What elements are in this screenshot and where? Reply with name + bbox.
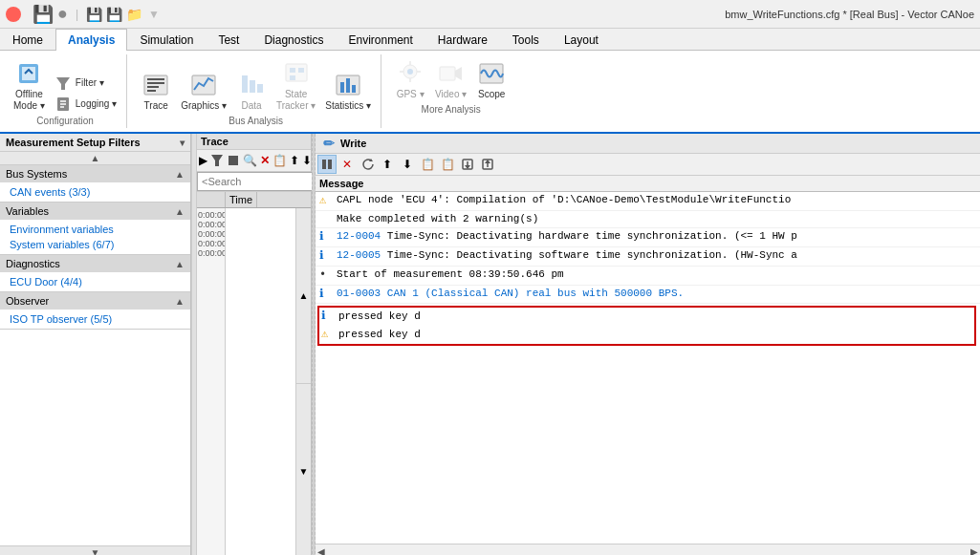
toolbar-icon-2[interactable]: 💾 (106, 7, 122, 22)
variables-expand[interactable]: ▲ (175, 206, 185, 217)
write-down-btn[interactable]: ⬇ (398, 155, 417, 174)
bus-systems-expand[interactable]: ▲ (175, 169, 185, 180)
menu-simulation[interactable]: Simulation (127, 29, 206, 51)
filters-scroll-down[interactable]: ▼ (0, 545, 190, 555)
write-copy-btn[interactable]: 📋 (418, 155, 437, 174)
statistics-button[interactable]: Statistics ▾ (321, 68, 375, 114)
write-text-2: Make completed with 2 warning(s) (337, 212, 976, 226)
env-variables-item[interactable]: Environment variables (6, 222, 185, 237)
gps-icon (395, 58, 425, 89)
svg-marker-2 (56, 77, 70, 90)
menu-tools[interactable]: Tools (500, 29, 552, 51)
video-button[interactable]: Video ▾ (431, 56, 470, 102)
variables-header[interactable]: Variables ▲ (0, 203, 190, 220)
observer-content: ISO TP observer (5/5) (0, 310, 190, 329)
data-icon (236, 70, 267, 100)
ecu-door-item[interactable]: ECU Door (4/4) (6, 274, 185, 289)
variables-section: Variables ▲ Environment variables System… (0, 203, 190, 255)
observer-header[interactable]: Observer ▲ (0, 292, 190, 310)
bus-systems-header[interactable]: Bus Systems ▲ (0, 165, 190, 182)
svg-rect-18 (298, 68, 304, 73)
svg-rect-19 (290, 75, 295, 80)
trace-button[interactable]: Trace (137, 68, 175, 114)
trace-stop-btn[interactable] (226, 151, 241, 170)
offline-mode-button[interactable]: OfflineMode ▾ (10, 56, 49, 114)
write-text-7: pressed key d (338, 310, 972, 324)
trace-search-bar (197, 172, 311, 192)
msg4-link[interactable]: 12-0005 (337, 249, 381, 261)
filter-button[interactable]: Filter ▾ (51, 74, 120, 93)
menu-test[interactable]: Test (206, 29, 251, 51)
scope-icon (476, 58, 507, 89)
timeline-item: 0:00:00 (198, 229, 224, 239)
trace-play-btn[interactable]: ▶ (198, 151, 208, 170)
menu-home[interactable]: Home (0, 29, 55, 51)
write-row-6: ℹ 01-0003 CAN 1 (Classical CAN) real bus… (316, 286, 980, 305)
sys-variables-item[interactable]: System variables (6/7) (6, 237, 185, 252)
graphics-button[interactable]: Graphics ▾ (177, 68, 230, 114)
bus-systems-section: Bus Systems ▲ CAN events (3/3) (0, 165, 190, 203)
svg-rect-10 (147, 86, 159, 88)
trace-body: 0:00:00 0:00:00 0:00:00 0:00:00 0:00:00 … (197, 208, 311, 555)
scope-button[interactable]: Scope (472, 56, 511, 102)
offline-mode-icon (13, 58, 44, 89)
filter-icon (54, 75, 72, 92)
diagnostics-content: ECU Door (4/4) (0, 272, 190, 291)
toolbar-icon-3[interactable]: 📁 (126, 7, 142, 22)
write-pause-btn[interactable] (317, 155, 337, 174)
write-row-2: Make completed with 2 warning(s) (316, 211, 980, 228)
trace-clear-btn[interactable]: ✕ (259, 151, 271, 170)
svg-marker-33 (211, 155, 223, 166)
info-icon-3: ℹ (319, 287, 337, 303)
write-export-btn[interactable] (478, 155, 497, 174)
filters-scroll-up[interactable]: ▲ (0, 152, 190, 165)
diagnostics-header[interactable]: Diagnostics ▲ (0, 255, 190, 272)
gps-label: GPS ▾ (397, 89, 425, 100)
menu-analysis[interactable]: Analysis (55, 29, 127, 51)
diagnostics-section: Diagnostics ▲ ECU Door (4/4) (0, 255, 190, 292)
iso-tp-item[interactable]: ISO TP observer (5/5) (6, 311, 185, 327)
state-tracker-button[interactable]: StateTracker ▾ (272, 56, 319, 114)
observer-expand[interactable]: ▲ (175, 296, 185, 307)
logging-button[interactable]: Logging ▾ (51, 95, 120, 114)
msg6-link[interactable]: 01-0003 (337, 288, 381, 299)
menu-hardware[interactable]: Hardware (425, 29, 500, 51)
write-nav-left[interactable]: ◀ (317, 546, 325, 555)
trace-search-btn[interactable]: 🔍 (242, 151, 258, 170)
svg-rect-14 (250, 80, 255, 93)
write-col-header: Message (316, 176, 980, 192)
trace-copy-btn[interactable]: 📋 (272, 151, 288, 170)
write-clear-btn[interactable]: ✕ (338, 155, 357, 174)
svg-marker-31 (455, 67, 462, 80)
msg3-link[interactable]: 12-0004 (337, 230, 381, 242)
trace-up-btn[interactable]: ⬆ (289, 151, 300, 170)
can-events-item[interactable]: CAN events (3/3) (6, 184, 185, 200)
data-button[interactable]: Data (232, 68, 271, 114)
close-button[interactable] (6, 7, 21, 22)
filters-collapse[interactable]: ▾ (180, 138, 185, 148)
timeline-item: 0:00:00 (198, 248, 224, 258)
gps-button[interactable]: GPS ▾ (391, 56, 429, 102)
write-up-btn[interactable]: ⬆ (378, 155, 397, 174)
write-copy2-btn[interactable]: 📋 (438, 155, 457, 174)
write-text-3: 12-0004 Time-Sync: Deactivating hardware… (337, 229, 976, 244)
toolbar-icon-1[interactable]: 💾 (86, 7, 102, 22)
window-controls[interactable]: 💾 ● | 💾 💾 📁 ▼ (6, 4, 162, 25)
diagnostics-expand[interactable]: ▲ (175, 259, 185, 269)
ribbon: OfflineMode ▾ Filter ▾ Logging ▾ Configu… (0, 51, 980, 134)
write-nav-right[interactable]: ▶ (970, 546, 978, 555)
write-restart-btn[interactable] (358, 155, 377, 174)
info-icon-1: ℹ (319, 229, 337, 245)
trace-label: Trace (144, 100, 168, 112)
write-panel: ✏ Write ✕ ⬆ ⬇ 📋 📋 Message (316, 134, 980, 555)
write-import-btn[interactable] (458, 155, 477, 174)
trace-filter-btn[interactable] (209, 151, 225, 170)
write-text-6: 01-0003 CAN 1 (Classical CAN) real bus w… (337, 287, 976, 301)
save-icon[interactable]: ● (57, 4, 68, 24)
trace-scroll-up-arrow[interactable]: ▲ (296, 208, 311, 384)
menu-environment[interactable]: Environment (336, 29, 425, 51)
title-bar: 💾 ● | 💾 💾 📁 ▼ bmw_WriteFunctions.cfg * [… (0, 0, 980, 29)
menu-layout[interactable]: Layout (552, 29, 611, 51)
trace-scroll-down-arrow[interactable]: ▼ (296, 384, 311, 555)
menu-diagnostics[interactable]: Diagnostics (251, 29, 336, 51)
